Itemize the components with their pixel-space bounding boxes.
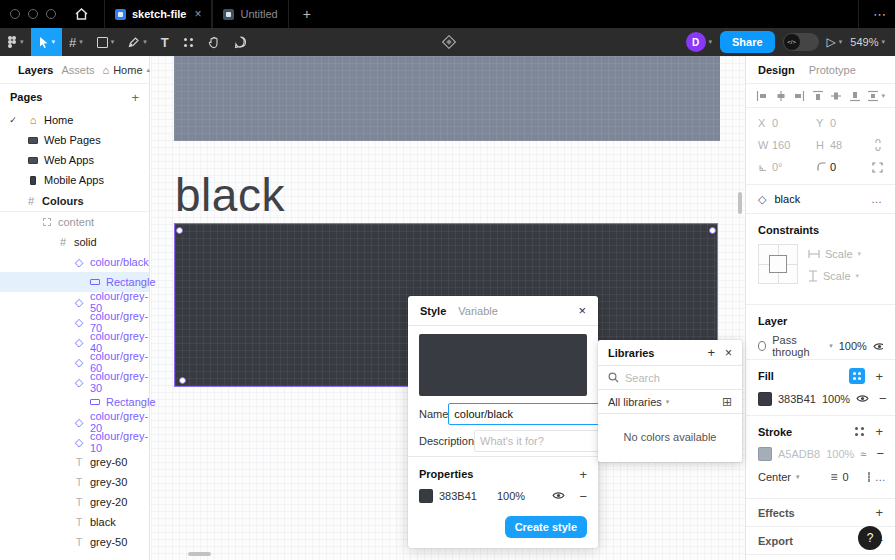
fill-opacity-input[interactable]: 100% xyxy=(822,393,850,405)
fill-hex-input[interactable]: 383B41 xyxy=(778,393,816,405)
page-item-web-apps[interactable]: Web Apps xyxy=(0,150,149,170)
edit-object-button[interactable] xyxy=(436,28,462,56)
help-button[interactable]: ? xyxy=(858,526,882,550)
layer-row[interactable]: T black xyxy=(0,512,149,532)
horizontal-constraint-select[interactable]: Scale ▾ xyxy=(808,248,861,260)
page-item-mobile-apps[interactable]: Mobile Apps xyxy=(0,170,149,190)
align-left-icon[interactable] xyxy=(756,90,768,102)
titlebar-more-icon[interactable]: ⋯ xyxy=(858,0,887,28)
tab-sketch-file[interactable]: sketch-file × xyxy=(104,0,212,28)
eye-icon[interactable] xyxy=(856,394,869,403)
independent-corners-icon[interactable] xyxy=(872,162,883,173)
remove-stroke-button[interactable]: − xyxy=(876,446,884,461)
page-switcher[interactable]: ⌂ Home ▴ xyxy=(103,64,151,76)
style-row[interactable]: ◇ black … xyxy=(746,185,895,213)
rotation-input[interactable]: 0° xyxy=(772,161,816,173)
modal-tab-variable[interactable]: Variable xyxy=(458,305,498,317)
present-button[interactable]: ▷ ▾ xyxy=(827,35,843,49)
style-name-input[interactable] xyxy=(448,403,602,425)
window-minimize-icon[interactable] xyxy=(28,9,38,19)
avatar[interactable]: D xyxy=(686,32,706,52)
layer-row[interactable]: content xyxy=(0,212,149,232)
vertical-constraint-select[interactable]: Scale ▾ xyxy=(808,270,859,282)
add-property-button[interactable]: + xyxy=(579,467,587,482)
modal-tab-style[interactable]: Style xyxy=(420,305,446,317)
layer-row[interactable]: Rectangle xyxy=(0,392,149,412)
frame-tool-button[interactable]: # ▾ xyxy=(62,28,90,56)
layer-row[interactable]: # Colours xyxy=(0,190,149,212)
stroke-color-swatch[interactable] xyxy=(758,447,772,461)
canvas-grey-rectangle[interactable] xyxy=(174,56,720,141)
w-input[interactable]: 160 xyxy=(772,139,816,151)
style-options-icon[interactable]: … xyxy=(871,193,883,205)
stroke-per-side-icon[interactable] xyxy=(868,472,870,482)
stroke-options-icon[interactable]: … xyxy=(875,471,887,483)
selection-handle[interactable] xyxy=(179,377,186,384)
layer-row[interactable]: ◇ colour/black xyxy=(0,252,149,272)
layer-row[interactable]: ◇ colour/grey-60 xyxy=(0,352,149,372)
share-button[interactable]: Share xyxy=(720,31,775,53)
property-color-swatch[interactable] xyxy=(419,489,433,503)
add-page-button[interactable]: + xyxy=(131,90,139,105)
blend-mode-select[interactable]: Pass through xyxy=(772,334,823,358)
horizontal-scrollbar[interactable] xyxy=(188,552,211,556)
layer-row[interactable]: ◇ colour/grey-50 xyxy=(0,292,149,312)
close-icon[interactable]: × xyxy=(725,346,732,360)
fill-color-swatch[interactable] xyxy=(758,392,772,406)
stroke-hex-input[interactable]: A5ADB8 xyxy=(778,448,820,460)
comment-tool-button[interactable] xyxy=(227,28,254,56)
layer-opacity-input[interactable]: 100% xyxy=(839,340,867,352)
page-item-web-pages[interactable]: Web Pages xyxy=(0,130,149,150)
remove-fill-button[interactable]: − xyxy=(879,391,887,406)
window-maximize-icon[interactable] xyxy=(46,9,56,19)
stroke-align-select[interactable]: Center xyxy=(758,471,791,483)
layer-row[interactable]: ◇ colour/grey-10 xyxy=(0,432,149,452)
add-effect-button[interactable]: + xyxy=(875,505,883,520)
selection-handle[interactable] xyxy=(176,227,183,234)
tab-untitled[interactable]: Untitled xyxy=(212,0,288,28)
constrain-proportions-icon[interactable] xyxy=(873,139,883,151)
stroke-cap-icon[interactable]: ≈ xyxy=(860,448,866,460)
layer-row[interactable]: T grey-60 xyxy=(0,452,149,472)
layer-row[interactable]: ◇ colour/grey-30 xyxy=(0,372,149,392)
zoom-menu[interactable]: 549% ▾ xyxy=(850,36,885,48)
create-style-button[interactable]: Create style xyxy=(505,516,587,538)
corner-radius-input[interactable]: 0 xyxy=(830,161,870,173)
layer-row[interactable]: ◇ colour/grey-70 xyxy=(0,312,149,332)
selection-handle[interactable] xyxy=(709,227,716,234)
grid-view-icon[interactable]: ⊞ xyxy=(722,395,732,409)
property-opacity-value[interactable]: 100% xyxy=(497,490,525,502)
layer-row[interactable]: T grey-20 xyxy=(0,492,149,512)
text-tool-button[interactable]: T xyxy=(154,28,176,56)
align-bottom-icon[interactable] xyxy=(849,90,861,102)
resources-tool-button[interactable] xyxy=(176,28,201,56)
add-fill-button[interactable]: + xyxy=(875,369,883,384)
page-item-home[interactable]: ✓ ⌂ Home xyxy=(0,110,149,130)
align-top-icon[interactable] xyxy=(812,90,824,102)
vertical-scrollbar[interactable] xyxy=(738,192,742,214)
align-right-icon[interactable] xyxy=(793,90,805,102)
h-input[interactable]: 48 xyxy=(830,139,870,151)
stroke-style-icon[interactable] xyxy=(854,426,865,437)
pen-tool-button[interactable]: ▾ xyxy=(121,28,154,56)
layer-row-selected[interactable]: Rectangle xyxy=(0,272,149,292)
y-input[interactable]: 0 xyxy=(830,117,870,129)
distribute-menu[interactable]: ▾ xyxy=(867,90,885,102)
new-tab-button[interactable]: + xyxy=(289,6,325,22)
align-vertical-center-icon[interactable] xyxy=(830,90,842,102)
tab-close-icon[interactable]: × xyxy=(194,7,201,21)
tab-layers[interactable]: Layers xyxy=(18,64,53,76)
layer-row[interactable]: ◇ colour/grey-20 xyxy=(0,412,149,432)
stroke-weight-input[interactable]: 0 xyxy=(843,471,849,483)
layer-row[interactable]: T grey-50 xyxy=(0,532,149,552)
shape-tool-button[interactable]: ▾ xyxy=(90,28,122,56)
main-menu-button[interactable]: ▾ xyxy=(0,28,31,56)
add-library-button[interactable]: + xyxy=(707,345,715,360)
tab-prototype[interactable]: Prototype xyxy=(809,64,856,76)
fill-style-icon[interactable] xyxy=(849,368,865,384)
layer-row[interactable]: ◇ colour/grey-40 xyxy=(0,332,149,352)
tab-design[interactable]: Design xyxy=(758,64,795,76)
stroke-opacity-input[interactable]: 100% xyxy=(826,448,854,460)
remove-property-button[interactable]: − xyxy=(579,489,587,504)
dev-mode-toggle[interactable]: </> xyxy=(783,33,819,51)
